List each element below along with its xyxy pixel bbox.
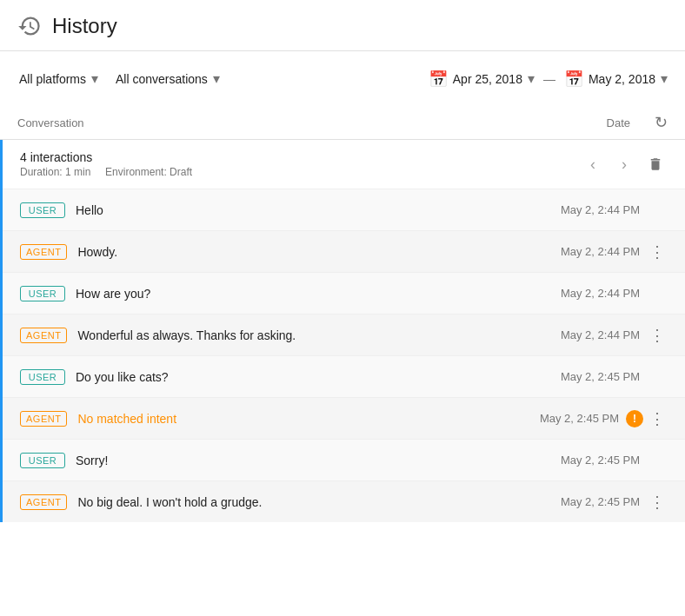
message-row: AGENTNo big deal. I won't hold a grudge.… <box>3 480 685 522</box>
group-actions: ‹ › <box>581 152 668 176</box>
role-badge: USER <box>20 286 65 301</box>
more-options-button[interactable]: ⋮ <box>647 408 668 429</box>
message-text: No big deal. I won't hold a grudge. <box>77 495 561 509</box>
message-text: Sorry! <box>76 454 561 467</box>
platform-chevron-icon: ▾ <box>91 70 98 87</box>
message-date: May 2, 2:45 PM <box>561 370 640 383</box>
message-row: USERDo you like cats?May 2, 2:45 PM <box>3 355 685 397</box>
date-separator: — <box>543 72 555 86</box>
col-date-header: Date <box>607 116 630 129</box>
message-date: May 2, 2:44 PM <box>561 203 640 216</box>
message-row: AGENTNo matched intentMay 2, 2:45 PM!⋮ <box>3 397 685 439</box>
group-info: 4 interactions Duration: 1 min Environme… <box>20 150 581 178</box>
conversation-filter[interactable]: All conversations ▾ <box>114 67 222 90</box>
message-date: May 2, 2:45 PM <box>561 495 640 508</box>
message-date: May 2, 2:45 PM <box>540 412 619 425</box>
conversation-group: 4 interactions Duration: 1 min Environme… <box>0 140 685 522</box>
group-meta: Duration: 1 min Environment: Draft <box>20 166 581 178</box>
history-icon <box>17 14 42 38</box>
message-date: May 2, 2:44 PM <box>561 287 640 300</box>
calendar-to-icon: 📅 <box>564 70 583 89</box>
message-row: AGENTHowdy.May 2, 2:44 PM⋮ <box>3 230 685 272</box>
warning-badge: ! <box>626 410 643 427</box>
message-date: May 2, 2:44 PM <box>561 245 640 258</box>
group-environment: Environment: Draft <box>105 166 192 178</box>
conversation-chevron-icon: ▾ <box>213 70 220 87</box>
date-to-chevron-icon: ▾ <box>661 70 668 87</box>
date-from-picker[interactable]: 📅 Apr 25, 2018 ▾ <box>429 70 535 89</box>
col-conversation-header: Conversation <box>17 116 607 129</box>
next-button[interactable]: › <box>612 152 636 176</box>
message-row: USERHow are you?May 2, 2:44 PM <box>3 272 685 314</box>
delete-button[interactable] <box>643 152 668 176</box>
platform-label: All platforms <box>19 72 86 86</box>
page-title: History <box>52 14 117 38</box>
trash-icon <box>648 156 663 172</box>
message-row: USERSorry!May 2, 2:45 PM <box>3 439 685 480</box>
message-text: Hello <box>76 203 561 217</box>
role-badge: USER <box>20 453 65 468</box>
role-badge: AGENT <box>20 494 67 510</box>
date-from-chevron-icon: ▾ <box>528 70 535 87</box>
group-duration: Duration: 1 min <box>20 166 90 178</box>
refresh-icon[interactable]: ↻ <box>655 113 668 132</box>
group-header: 4 interactions Duration: 1 min Environme… <box>3 140 685 189</box>
date-range: 📅 Apr 25, 2018 ▾ — 📅 May 2, 2018 ▾ <box>429 70 668 89</box>
role-badge: AGENT <box>20 411 67 427</box>
message-date: May 2, 2:45 PM <box>561 454 640 467</box>
date-to-value: May 2, 2018 <box>589 72 655 86</box>
more-options-button[interactable]: ⋮ <box>647 242 668 262</box>
more-options-button[interactable]: ⋮ <box>647 492 668 513</box>
role-badge: AGENT <box>20 244 67 260</box>
role-badge: USER <box>20 202 65 218</box>
message-row: USERHelloMay 2, 2:44 PM <box>3 189 685 230</box>
conversation-label: All conversations <box>116 72 208 86</box>
prev-button[interactable]: ‹ <box>581 152 605 176</box>
message-text: Do you like cats? <box>76 370 561 384</box>
group-title: 4 interactions <box>20 150 581 164</box>
message-text: No matched intent <box>77 412 540 426</box>
calendar-from-icon: 📅 <box>429 70 448 89</box>
platform-filter[interactable]: All platforms ▾ <box>17 67 100 90</box>
table-header: Conversation Date ↻ <box>0 106 685 140</box>
role-badge: USER <box>20 369 65 385</box>
message-row: AGENTWonderful as always. Thanks for ask… <box>3 314 685 355</box>
message-text: Wonderful as always. Thanks for asking. <box>77 328 561 342</box>
page-header: History <box>0 0 685 51</box>
filters-bar: All platforms ▾ All conversations ▾ 📅 Ap… <box>0 51 685 106</box>
date-to-picker[interactable]: 📅 May 2, 2018 ▾ <box>564 70 668 89</box>
message-text: Howdy. <box>77 245 561 259</box>
messages-container: USERHelloMay 2, 2:44 PMAGENTHowdy.May 2,… <box>3 189 685 522</box>
message-text: How are you? <box>76 287 561 301</box>
more-options-button[interactable]: ⋮ <box>647 325 668 346</box>
message-date: May 2, 2:44 PM <box>561 328 640 341</box>
role-badge: AGENT <box>20 328 67 343</box>
date-from-value: Apr 25, 2018 <box>453 72 522 86</box>
